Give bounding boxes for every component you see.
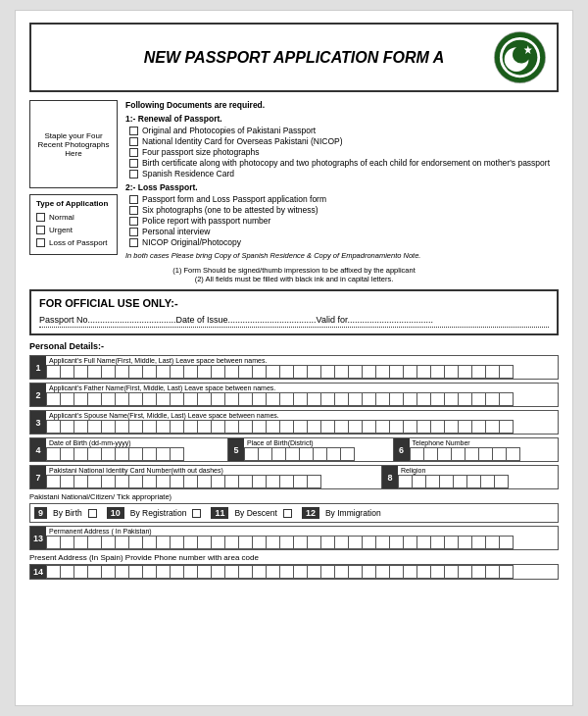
box[interactable]	[314, 447, 327, 461]
box[interactable]	[198, 365, 212, 379]
box[interactable]	[445, 392, 459, 406]
box[interactable]	[267, 392, 280, 406]
box[interactable]	[404, 565, 417, 579]
box[interactable]	[376, 365, 390, 379]
box[interactable]	[411, 447, 424, 461]
box[interactable]	[500, 365, 514, 379]
box[interactable]	[129, 475, 143, 488]
box[interactable]	[212, 420, 225, 434]
box[interactable]	[431, 365, 445, 379]
box[interactable]	[440, 475, 454, 488]
box[interactable]	[445, 536, 459, 549]
box[interactable]	[327, 447, 341, 461]
box[interactable]	[171, 420, 184, 434]
box[interactable]	[198, 536, 212, 549]
box[interactable]	[129, 420, 143, 434]
cb-r3[interactable]	[129, 148, 138, 157]
box[interactable]	[363, 392, 376, 406]
box[interactable]	[272, 447, 286, 461]
box[interactable]	[294, 536, 308, 549]
box[interactable]	[116, 392, 129, 406]
box[interactable]	[467, 475, 481, 488]
box[interactable]	[390, 392, 404, 406]
box[interactable]	[349, 565, 363, 579]
cb-r1[interactable]	[129, 127, 138, 135]
box[interactable]	[212, 365, 225, 379]
box[interactable]	[198, 475, 212, 488]
type-loss-checkbox[interactable]	[36, 238, 45, 247]
box[interactable]	[116, 475, 129, 488]
box[interactable]	[294, 420, 308, 434]
box[interactable]	[88, 447, 102, 461]
box[interactable]	[129, 365, 143, 379]
box[interactable]	[88, 420, 102, 434]
box[interactable]	[445, 365, 459, 379]
cb-l1[interactable]	[129, 195, 138, 204]
box[interactable]	[300, 447, 314, 461]
box[interactable]	[184, 392, 198, 406]
box[interactable]	[308, 365, 321, 379]
box[interactable]	[424, 447, 438, 461]
box[interactable]	[495, 475, 509, 488]
box[interactable]	[500, 565, 514, 579]
field-14-boxes[interactable]	[46, 565, 558, 579]
cb-l2[interactable]	[129, 206, 138, 215]
box[interactable]	[61, 392, 74, 406]
box[interactable]	[500, 536, 514, 549]
box[interactable]	[239, 565, 253, 579]
box[interactable]	[363, 565, 376, 579]
box[interactable]	[417, 565, 431, 579]
box[interactable]	[280, 420, 294, 434]
box[interactable]	[47, 475, 61, 488]
box[interactable]	[47, 536, 61, 549]
box[interactable]	[61, 475, 74, 488]
box[interactable]	[417, 420, 431, 434]
box[interactable]	[143, 565, 157, 579]
type-normal-checkbox[interactable]	[36, 213, 45, 222]
nat-11-cb[interactable]	[283, 509, 292, 518]
box[interactable]	[341, 447, 355, 461]
box[interactable]	[466, 447, 479, 461]
box[interactable]	[390, 420, 404, 434]
box[interactable]	[88, 536, 102, 549]
box[interactable]	[294, 392, 308, 406]
box[interactable]	[116, 565, 129, 579]
box[interactable]	[349, 365, 363, 379]
box[interactable]	[280, 475, 294, 488]
box[interactable]	[239, 365, 253, 379]
cb-r4[interactable]	[129, 159, 138, 168]
box[interactable]	[239, 475, 253, 488]
box[interactable]	[253, 565, 267, 579]
cb-l4[interactable]	[129, 228, 138, 236]
box[interactable]	[413, 475, 426, 488]
box[interactable]	[308, 565, 321, 579]
box[interactable]	[143, 365, 157, 379]
box[interactable]	[143, 475, 157, 488]
box[interactable]	[47, 420, 61, 434]
box[interactable]	[454, 475, 467, 488]
box[interactable]	[294, 365, 308, 379]
box[interactable]	[212, 565, 225, 579]
box[interactable]	[212, 475, 225, 488]
box[interactable]	[198, 420, 212, 434]
box[interactable]	[335, 420, 349, 434]
field-3-boxes[interactable]	[46, 420, 558, 434]
box[interactable]	[486, 536, 500, 549]
box[interactable]	[116, 365, 129, 379]
box[interactable]	[143, 536, 157, 549]
box[interactable]	[102, 565, 116, 579]
box[interactable]	[431, 565, 445, 579]
cb-r2[interactable]	[129, 137, 138, 146]
box[interactable]	[459, 565, 472, 579]
box[interactable]	[225, 392, 239, 406]
box[interactable]	[47, 447, 61, 461]
box[interactable]	[267, 536, 280, 549]
box[interactable]	[129, 392, 143, 406]
box[interactable]	[363, 536, 376, 549]
box[interactable]	[267, 565, 280, 579]
box[interactable]	[102, 447, 116, 461]
field-2-boxes[interactable]	[46, 392, 558, 406]
box[interactable]	[280, 565, 294, 579]
box[interactable]	[74, 536, 88, 549]
box[interactable]	[459, 536, 472, 549]
